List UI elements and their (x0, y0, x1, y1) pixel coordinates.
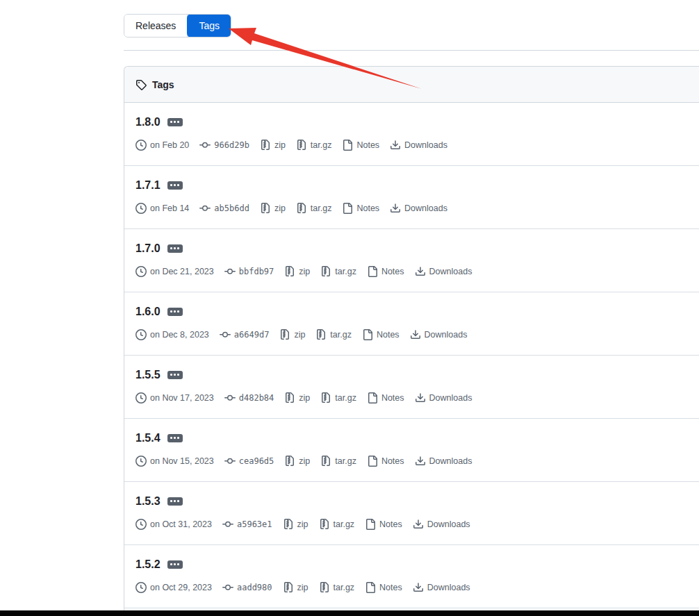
tag-title-line: 1.7.0 (135, 241, 688, 256)
tag-name-link[interactable]: 1.6.0 (135, 304, 161, 319)
downloads-label: Downloads (404, 203, 447, 213)
zip-download-link[interactable]: zip (284, 266, 310, 277)
downloads-label: Downloads (404, 140, 447, 150)
downloads-link[interactable]: Downloads (415, 392, 472, 403)
ellipsis-dot (170, 121, 172, 123)
download-icon (413, 582, 424, 593)
commit-link[interactable]: d482b84 (224, 392, 274, 403)
commit-link[interactable]: 966d29b (199, 140, 249, 151)
commit-link[interactable]: cea96d5 (224, 456, 274, 467)
zip-download-link[interactable]: zip (260, 140, 286, 151)
file-zip-icon (296, 140, 307, 151)
tag-name-link[interactable]: 1.5.2 (135, 557, 161, 572)
tag-meta-line: on Oct 29, 2023 aadd980 zip tar.gz Notes… (135, 582, 688, 593)
commit-hash: ab5b6dd (214, 203, 249, 213)
tag-title-line: 1.7.1 (135, 178, 688, 192)
tag-name-link[interactable]: 1.8.0 (135, 115, 161, 129)
targz-label: tar.gz (335, 267, 356, 276)
notes-label: Notes (381, 393, 404, 403)
targz-download-link[interactable]: tar.gz (296, 203, 332, 214)
ellipsis-dot (177, 563, 179, 565)
clock-icon (135, 456, 147, 467)
tab-tags[interactable]: Tags (187, 14, 231, 38)
zip-download-link[interactable]: zip (279, 329, 305, 340)
targz-download-link[interactable]: tar.gz (319, 582, 355, 593)
commit-message-ellipsis-button[interactable] (167, 560, 183, 569)
zip-download-link[interactable]: zip (284, 392, 310, 403)
notes-link[interactable]: Notes (342, 140, 379, 151)
commit-message-ellipsis-button[interactable] (167, 371, 183, 379)
commit-message-ellipsis-button[interactable] (167, 181, 183, 190)
targz-download-link[interactable]: tar.gz (315, 329, 352, 340)
tag-name-link[interactable]: 1.7.1 (135, 178, 161, 192)
file-zip-icon (320, 456, 331, 467)
targz-download-link[interactable]: tar.gz (319, 519, 355, 530)
tag-name-link[interactable]: 1.5.3 (135, 494, 161, 508)
targz-label: tar.gz (335, 393, 356, 403)
git-commit-icon (222, 519, 233, 530)
tag-date: on Dec 8, 2023 (135, 329, 209, 340)
file-zip-icon (283, 582, 294, 593)
targz-download-link[interactable]: tar.gz (320, 456, 356, 467)
notes-link[interactable]: Notes (362, 329, 400, 340)
downloads-link[interactable]: Downloads (390, 203, 447, 214)
targz-label: tar.gz (334, 519, 355, 529)
tag-name-link[interactable]: 1.5.5 (135, 367, 161, 382)
commit-link[interactable]: a6649d7 (220, 329, 270, 340)
file-zip-icon (284, 456, 295, 467)
commit-hash: a6649d7 (234, 330, 270, 340)
commit-message-ellipsis-button[interactable] (167, 497, 183, 506)
downloads-label: Downloads (429, 456, 472, 466)
commit-link[interactable]: aadd980 (222, 582, 272, 593)
tag-name-link[interactable]: 1.5.4 (135, 431, 161, 445)
ellipsis-dot (174, 374, 176, 376)
commit-message-ellipsis-button[interactable] (167, 244, 183, 253)
targz-download-link[interactable]: tar.gz (320, 392, 356, 403)
commit-link[interactable]: ab5b6dd (199, 203, 249, 214)
zip-download-link[interactable]: zip (283, 582, 309, 593)
zip-label: zip (299, 393, 310, 403)
commit-message-ellipsis-button[interactable] (167, 308, 183, 316)
targz-label: tar.gz (335, 456, 356, 466)
zip-download-link[interactable]: zip (260, 203, 286, 214)
tag-name-link[interactable]: 1.7.0 (135, 241, 161, 256)
tag-date-text: on Oct 31, 2023 (150, 519, 212, 529)
downloads-link[interactable]: Downloads (410, 329, 468, 340)
tag-row: 1.5.2 on Oct 29, 2023 aadd980 zip (124, 545, 699, 608)
notes-link[interactable]: Notes (342, 203, 379, 214)
commit-hash: bbfdb97 (239, 267, 274, 276)
commit-link[interactable]: a5963e1 (222, 519, 272, 530)
git-commit-icon (220, 329, 231, 340)
ellipsis-dot (174, 184, 176, 186)
zip-download-link[interactable]: zip (283, 519, 309, 530)
downloads-link[interactable]: Downloads (390, 140, 447, 151)
downloads-link[interactable]: Downloads (415, 456, 472, 467)
tag-meta-line: on Feb 20 966d29b zip tar.gz Notes Downl… (135, 140, 688, 151)
commit-message-ellipsis-button[interactable] (167, 118, 183, 126)
notes-link[interactable]: Notes (365, 519, 402, 530)
notes-link[interactable]: Notes (367, 456, 404, 467)
zip-label: zip (299, 267, 310, 276)
git-commit-icon (224, 266, 236, 277)
commit-hash: aadd980 (237, 583, 272, 592)
tag-meta-line: on Oct 31, 2023 a5963e1 zip tar.gz Notes… (135, 519, 688, 530)
commit-link[interactable]: bbfdb97 (224, 266, 274, 277)
tag-row: 1.8.0 on Feb 20 966d29b zip tar. (124, 103, 699, 166)
targz-download-link[interactable]: tar.gz (296, 140, 332, 151)
downloads-link[interactable]: Downloads (413, 519, 470, 530)
targz-download-link[interactable]: tar.gz (320, 266, 356, 277)
notes-link[interactable]: Notes (367, 392, 404, 403)
zip-download-link[interactable]: zip (284, 456, 310, 467)
notes-link[interactable]: Notes (365, 582, 402, 593)
tag-meta-line: on Nov 15, 2023 cea96d5 zip tar.gz Notes… (135, 456, 688, 467)
downloads-link[interactable]: Downloads (413, 582, 470, 593)
notes-link[interactable]: Notes (367, 266, 404, 277)
ellipsis-dot (177, 437, 179, 439)
ellipsis-dot (177, 374, 179, 376)
tab-releases[interactable]: Releases (124, 15, 188, 37)
file-zip-icon (279, 329, 290, 340)
downloads-link[interactable]: Downloads (415, 266, 472, 277)
tag-row: 1.6.0 on Dec 8, 2023 a6649d7 zip (124, 292, 699, 356)
tag-row: 1.5.5 on Nov 17, 2023 d482b84 zip (124, 356, 699, 419)
commit-message-ellipsis-button[interactable] (167, 434, 183, 442)
